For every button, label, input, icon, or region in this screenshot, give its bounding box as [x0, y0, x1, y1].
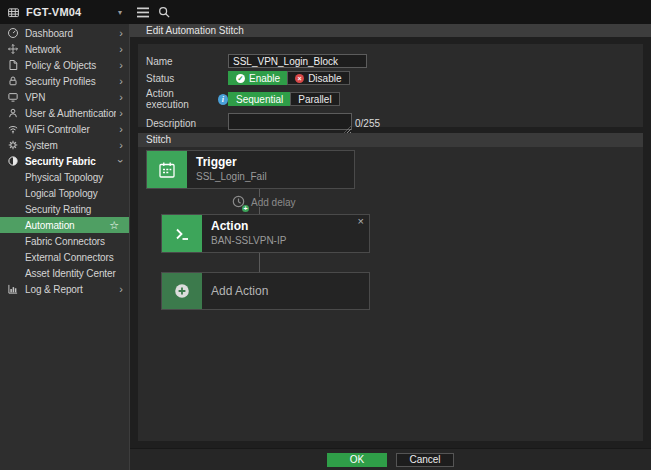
chevron-right-icon: ›	[119, 124, 123, 134]
search-icon	[158, 6, 170, 18]
action-execution-label: Action execution i	[146, 88, 228, 110]
top-bar: FGT-VM04 ▾	[0, 0, 651, 24]
clock-plus-icon: +	[232, 195, 247, 210]
add-delay-button[interactable]: + Add delay	[232, 195, 295, 210]
parallel-label: Parallel	[298, 94, 331, 105]
device-selector[interactable]: FGT-VM04 ▾	[0, 0, 130, 24]
connector-line	[259, 253, 260, 272]
sidebar-subitem-label: Security Rating	[25, 204, 91, 215]
search-button[interactable]	[156, 5, 172, 19]
sidebar-item-label: System	[25, 140, 116, 151]
sidebar-item-label: Network	[25, 44, 116, 55]
gear-icon	[6, 139, 19, 152]
name-input[interactable]	[228, 54, 367, 68]
chevron-right-icon: ›	[119, 60, 123, 70]
sidebar-subitem-label: Asset Identity Center	[25, 268, 116, 279]
gauge-icon	[6, 27, 19, 40]
name-row: Name	[146, 54, 643, 68]
stitch-section: Stitch Trigger SSL_Login_Fail +	[138, 133, 643, 441]
sidebar-subitem-physical-topology[interactable]: Physical Topology	[0, 169, 129, 185]
action-name: BAN-SSLVPN-IP	[211, 235, 286, 246]
fortigate-app-window: FGT-VM04 ▾	[0, 0, 651, 470]
sidebar-item-log-report[interactable]: Log & Report ›	[0, 281, 129, 297]
info-icon[interactable]: i	[218, 94, 228, 105]
chevron-right-icon: ›	[119, 108, 123, 118]
trigger-card-body: Trigger SSL_Login_Fail	[187, 151, 276, 188]
description-row: Description 0/255	[146, 113, 643, 134]
hamburger-icon	[137, 7, 149, 18]
add-action-label: Add Action	[211, 284, 268, 298]
chevron-down-icon: ›	[116, 159, 126, 163]
disable-button[interactable]: × Disable	[287, 71, 349, 85]
sidebar-subitem-fabric-connectors[interactable]: Fabric Connectors	[0, 233, 129, 249]
action-card-body: Action BAN-SSLVPN-IP	[202, 215, 295, 252]
parallel-button[interactable]: Parallel	[290, 92, 339, 106]
fortinet-logo-icon	[7, 6, 20, 19]
wifi-icon	[6, 123, 19, 136]
network-move-icon	[6, 43, 19, 56]
sidebar-item-wifi-controller[interactable]: WiFi Controller ›	[0, 121, 129, 137]
status-segmented-control: ✓ Enable × Disable	[228, 71, 350, 85]
trigger-card[interactable]: Trigger SSL_Login_Fail	[146, 150, 355, 189]
sidebar-subitem-label: Automation	[25, 220, 75, 231]
sidebar-subitem-automation[interactable]: Automation ☆	[0, 217, 129, 233]
check-circle-icon: ✓	[236, 74, 245, 83]
sidebar-item-policy-objects[interactable]: Policy & Objects ›	[0, 57, 129, 73]
sidebar-item-network[interactable]: Network ›	[0, 41, 129, 57]
menu-toggle-button[interactable]	[135, 5, 151, 19]
sidebar-subitem-security-rating[interactable]: Security Rating	[0, 201, 129, 217]
sequential-button[interactable]: Sequential	[228, 92, 291, 106]
chevron-right-icon: ›	[119, 140, 123, 150]
device-caret-down-icon: ▾	[118, 8, 122, 17]
sidebar-subitem-label: Physical Topology	[25, 172, 103, 183]
sidebar-item-label: Security Fabric	[25, 156, 116, 167]
action-title: Action	[211, 220, 286, 233]
chevron-right-icon: ›	[119, 76, 123, 86]
trigger-title: Trigger	[196, 156, 267, 169]
action-execution-row: Action execution i Sequential Parallel	[146, 88, 643, 110]
sidebar-item-vpn[interactable]: VPN ›	[0, 89, 129, 105]
sidebar-item-security-profiles[interactable]: Security Profiles ›	[0, 73, 129, 89]
sidebar-item-user-authentication[interactable]: User & Authentication ›	[0, 105, 129, 121]
sidebar-subitem-external-connectors[interactable]: External Connectors	[0, 249, 129, 265]
page-title: Edit Automation Stitch	[130, 24, 651, 37]
calendar-trigger-icon	[147, 151, 187, 188]
x-circle-icon: ×	[295, 74, 304, 83]
footer-bar: OK Cancel	[130, 448, 651, 470]
description-label: Description	[146, 118, 228, 129]
ok-button[interactable]: OK	[327, 453, 387, 467]
device-name: FGT-VM04	[26, 6, 81, 18]
chevron-right-icon: ›	[119, 92, 123, 102]
sidebar-item-label: VPN	[25, 92, 116, 103]
sidebar-item-label: Log & Report	[25, 284, 116, 295]
cancel-button[interactable]: Cancel	[396, 453, 454, 467]
favorite-star-icon[interactable]: ☆	[109, 219, 119, 232]
chevron-right-icon: ›	[119, 44, 123, 54]
enable-button[interactable]: ✓ Enable	[228, 71, 288, 85]
sidebar-item-label: WiFi Controller	[25, 124, 116, 135]
enable-label: Enable	[249, 73, 280, 84]
add-action-card[interactable]: Add Action	[161, 272, 370, 310]
sidebar-item-label: User & Authentication	[25, 108, 116, 119]
execution-segmented-control: Sequential Parallel	[228, 92, 340, 106]
sidebar-item-system[interactable]: System ›	[0, 137, 129, 153]
trigger-name: SSL_Login_Fail	[196, 171, 267, 182]
sidebar-item-dashboard[interactable]: Dashboard ›	[0, 25, 129, 41]
chevron-right-icon: ›	[119, 28, 123, 38]
description-textarea[interactable]	[228, 113, 352, 130]
plus-badge-icon: +	[242, 205, 249, 212]
sidebar-item-label: Dashboard	[25, 28, 116, 39]
sidebar-subitem-asset-identity-center[interactable]: Asset Identity Center	[0, 265, 129, 281]
sidebar-item-security-fabric[interactable]: Security Fabric ›	[0, 153, 129, 169]
sidebar-subitem-logical-topology[interactable]: Logical Topology	[0, 185, 129, 201]
remove-action-close-icon[interactable]: ×	[358, 216, 364, 227]
document-icon	[6, 59, 19, 72]
add-action-card-body: Add Action	[202, 273, 277, 309]
lock-icon	[6, 75, 19, 88]
user-icon	[6, 107, 19, 120]
action-card[interactable]: Action BAN-SSLVPN-IP ×	[161, 214, 370, 253]
sidebar-subitem-label: Fabric Connectors	[25, 236, 105, 247]
status-row: Status ✓ Enable × Disable	[146, 71, 643, 85]
plus-circle-icon	[162, 273, 202, 309]
monitor-icon	[6, 91, 19, 104]
